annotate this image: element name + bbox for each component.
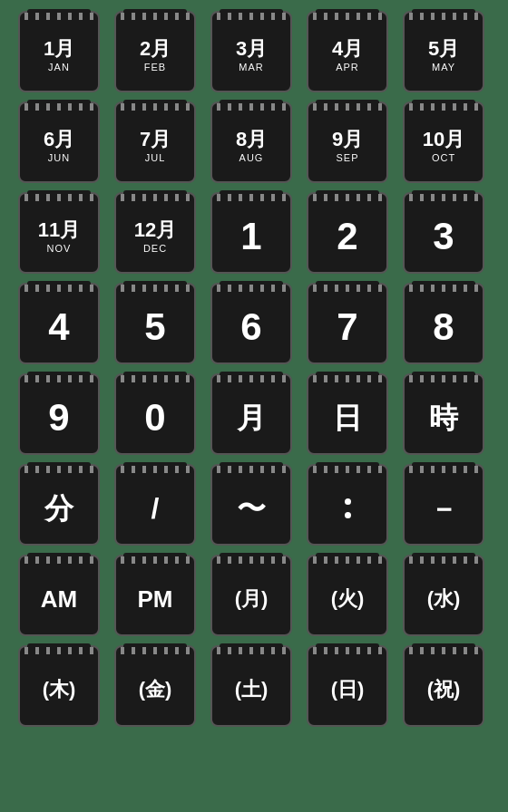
icon-label: 3 <box>433 218 454 256</box>
calendar-icon-n6[interactable]: 6 <box>210 283 292 364</box>
calendar-icon-oct[interactable]: 10月OCT <box>403 102 484 183</box>
icon-label-kanji: 2月 <box>140 38 171 60</box>
icon-label-sub: JAN <box>48 62 70 72</box>
icon-label-sub: MAR <box>239 62 263 72</box>
icon-label: 〜 <box>237 494 266 523</box>
icon-label-sub: SEP <box>336 152 358 163</box>
calendar-icon-am[interactable]: AM <box>18 555 100 636</box>
icon-label: 8 <box>433 308 454 346</box>
calendar-icon-tue[interactable]: (火) <box>307 555 388 636</box>
icon-label: － <box>429 494 458 523</box>
calendar-icon-aug[interactable]: 8月AUG <box>210 102 292 183</box>
icon-label-sub: AUG <box>239 152 264 163</box>
icon-label: (月) <box>235 589 269 609</box>
icon-label: 6 <box>240 308 261 346</box>
calendar-icon-wed[interactable]: (水) <box>403 555 484 636</box>
icon-label: (金) <box>139 680 172 700</box>
icon-label-kanji: 8月 <box>236 129 267 150</box>
icon-label: (木) <box>43 680 76 700</box>
icon-label-kanji: 12月 <box>134 219 176 241</box>
icon-label: 5 <box>144 308 165 346</box>
calendar-icon-n7[interactable]: 7 <box>307 283 388 364</box>
calendar-icon-sep[interactable]: 9月SEP <box>307 102 388 183</box>
icon-label-kanji: 7月 <box>140 129 171 150</box>
calendar-icon-n4[interactable]: 4 <box>18 283 100 364</box>
icon-label-kanji: 11月 <box>38 219 80 241</box>
icon-label-kanji: 3月 <box>236 38 267 60</box>
calendar-icon-tsuki[interactable]: 月 <box>210 373 292 455</box>
calendar-icon-nov[interactable]: 11月NOV <box>18 192 100 274</box>
calendar-icon-n2[interactable]: 2 <box>307 192 388 274</box>
calendar-icon-mon[interactable]: (月) <box>210 555 292 636</box>
icon-label-kanji: 9月 <box>332 129 363 150</box>
calendar-icon-thu[interactable]: (木) <box>18 645 100 727</box>
calendar-icon-fri[interactable]: (金) <box>114 645 196 727</box>
icon-label: 2 <box>337 218 357 256</box>
icon-label: (日) <box>331 680 365 700</box>
calendar-icon-mar[interactable]: 3月MAR <box>210 11 292 92</box>
calendar-icon-n9[interactable]: 9 <box>18 373 100 455</box>
icon-label <box>345 498 351 518</box>
icon-label-sub: JUN <box>48 152 70 163</box>
icon-label-sub: NOV <box>47 243 72 254</box>
icon-label-kanji: 4月 <box>332 38 363 60</box>
icon-label: (火) <box>331 589 365 609</box>
icon-label-sub: JUL <box>145 152 166 163</box>
icon-label: (祝) <box>427 680 461 700</box>
icon-label-sub: OCT <box>432 152 455 163</box>
calendar-icon-feb[interactable]: 2月FEB <box>114 11 196 92</box>
icon-label: 分 <box>44 494 73 523</box>
calendar-icon-apr[interactable]: 4月APR <box>307 11 388 92</box>
icon-label-sub: FEB <box>144 62 166 72</box>
icon-label-sub: APR <box>336 62 359 72</box>
calendar-icon-toki[interactable]: 時 <box>403 373 484 455</box>
calendar-icon-colon[interactable] <box>307 464 388 546</box>
icon-label: 1 <box>240 218 261 256</box>
icon-label-sub: MAY <box>432 62 455 72</box>
calendar-icon-n8[interactable]: 8 <box>403 283 484 364</box>
calendar-icon-sat[interactable]: (土) <box>210 645 292 727</box>
calendar-icon-minus[interactable]: － <box>403 464 484 546</box>
calendar-icon-slash[interactable]: / <box>114 464 196 546</box>
calendar-icon-jan[interactable]: 1月JAN <box>18 11 100 92</box>
icon-label-kanji: 5月 <box>428 38 459 60</box>
icon-label-sub: DEC <box>143 243 167 254</box>
icon-label: (土) <box>235 680 269 700</box>
calendar-icon-dec[interactable]: 12月DEC <box>114 192 196 274</box>
icon-label: 9 <box>48 399 69 437</box>
icon-label: 月 <box>237 403 266 432</box>
calendar-icon-hol[interactable]: (祝) <box>403 645 484 727</box>
icon-label: 日 <box>333 403 362 432</box>
icon-label: (水) <box>427 589 461 609</box>
calendar-icon-jun[interactable]: 6月JUN <box>18 102 100 183</box>
calendar-icon-nichi[interactable]: 日 <box>307 373 388 455</box>
calendar-icon-pm[interactable]: PM <box>114 555 196 636</box>
calendar-icon-n3[interactable]: 3 <box>403 192 484 274</box>
calendar-icon-n0[interactable]: 0 <box>114 373 196 455</box>
icon-label: / <box>151 494 160 523</box>
icon-label-kanji: 1月 <box>44 38 74 60</box>
calendar-icon-may[interactable]: 5月MAY <box>403 11 484 92</box>
calendar-icon-jul[interactable]: 7月JUL <box>114 102 196 183</box>
icon-grid: 1月JAN2月FEB3月MAR4月APR5月MAY6月JUN7月JUL8月AUG… <box>18 11 490 727</box>
icon-label: AM <box>41 587 77 611</box>
calendar-icon-wave[interactable]: 〜 <box>210 464 292 546</box>
icon-label: 0 <box>144 399 165 437</box>
icon-label: 時 <box>429 403 458 432</box>
icon-label-kanji: 10月 <box>423 129 464 150</box>
calendar-icon-n5[interactable]: 5 <box>114 283 196 364</box>
calendar-icon-fun[interactable]: 分 <box>18 464 100 546</box>
calendar-icon-sun[interactable]: (日) <box>307 645 388 727</box>
calendar-icon-n1[interactable]: 1 <box>210 192 292 274</box>
icon-label: PM <box>138 587 173 611</box>
icon-label-kanji: 6月 <box>44 129 74 150</box>
icon-label: 4 <box>48 308 69 346</box>
icon-label: 7 <box>337 308 357 346</box>
